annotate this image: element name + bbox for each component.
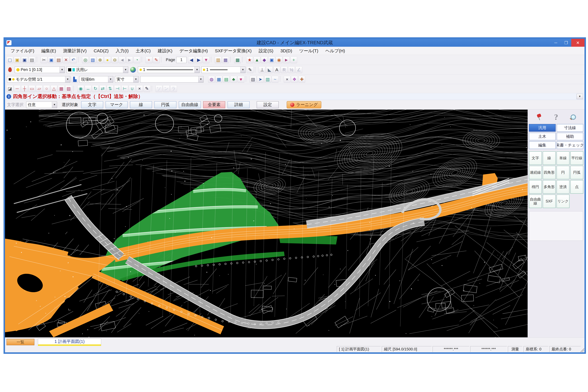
paste-icon[interactable]: ▤ <box>55 56 62 63</box>
command-single-line-button[interactable]: 単線 <box>556 151 569 165</box>
move-icon[interactable]: ↔ <box>85 85 92 92</box>
mirror-icon[interactable]: ⇄ <box>99 85 106 92</box>
menu-settings[interactable]: 設定(S) <box>255 47 277 55</box>
pushpin-icon[interactable] <box>536 114 542 120</box>
diamond-tool-icon[interactable]: ◆ <box>261 56 268 63</box>
heart-icon[interactable]: ♥ <box>238 76 244 83</box>
chevron-down-icon[interactable]: ▼ <box>133 76 138 82</box>
toolbar-icon[interactable] <box>211 56 213 62</box>
chevron-down-icon[interactable]: ▼ <box>198 76 203 82</box>
hatch-select-icon[interactable]: ▦ <box>58 85 65 92</box>
category-dimension-button[interactable]: 寸法線 <box>557 124 583 132</box>
ellipse-tool-icon[interactable]: ◍ <box>208 76 215 83</box>
extend-icon[interactable]: ⊢ <box>121 85 128 92</box>
chevron-down-icon[interactable]: ▼ <box>108 76 113 82</box>
chevron-down-icon[interactable]: ▼ <box>65 76 70 82</box>
pen-red-icon[interactable]: ✎ <box>153 56 160 63</box>
command-fill-button[interactable]: 塗潰 <box>556 180 569 194</box>
ghost2-icon[interactable]: ン <box>163 85 170 92</box>
curve-tool-icon[interactable]: ~ <box>272 76 278 83</box>
measure-icon[interactable]: ◣ <box>266 66 273 73</box>
arrow-tool-icon[interactable]: ➤ <box>257 76 264 83</box>
select-freehand-button[interactable]: 自由曲線 <box>179 101 201 108</box>
layer-palette-icon[interactable]: ▙ <box>72 76 78 83</box>
fraction-icon[interactable]: ½ <box>288 66 295 73</box>
toolbar-icon[interactable] <box>161 56 164 62</box>
model-icon[interactable]: ▩ <box>234 56 241 63</box>
brush-icon[interactable]: ❖ <box>291 76 298 83</box>
cross-edit-icon[interactable]: ┼ <box>21 85 28 92</box>
lamp-icon[interactable]: ● <box>104 56 111 63</box>
toolbar-icon[interactable] <box>74 86 76 92</box>
offset-icon[interactable]: ⇅ <box>107 85 114 92</box>
linetype-combo[interactable]: 1 ▼ <box>138 66 200 73</box>
pick-icon[interactable]: ◉ <box>77 85 84 92</box>
menu-file[interactable]: ファイル(F) <box>7 47 38 55</box>
command-ellipse-button[interactable]: 楕円 <box>529 180 542 194</box>
triangle-tool-icon[interactable]: ▲ <box>254 56 260 63</box>
command-sxf-button[interactable]: SXF <box>543 194 556 208</box>
select-arc-button[interactable]: 円弧 <box>154 101 176 108</box>
model-space-combo[interactable]: モデル空間 1/1▼ <box>7 76 70 82</box>
layout-icon[interactable]: ▦ <box>222 56 229 63</box>
prev-view-icon[interactable]: ◄ <box>119 56 126 63</box>
zoom-window-icon[interactable]: ▧ <box>89 56 96 63</box>
command-arc-button[interactable]: 円弧 <box>570 166 583 179</box>
zoom-extents-icon[interactable]: ◎ <box>82 56 89 63</box>
toolbar-icon[interactable] <box>142 56 144 62</box>
save-icon[interactable]: ▣ <box>21 56 28 63</box>
command-text-button[interactable]: 文字 <box>529 151 542 165</box>
tab-plan-drawing[interactable]: 1 計画平面図(1) <box>38 338 101 346</box>
category-redline-check-button[interactable]: 朱書・チェック <box>557 141 583 149</box>
toolbar-icon[interactable] <box>152 86 154 92</box>
snap-icon[interactable]: ⊥ <box>259 66 265 73</box>
color-sphere-icon[interactable] <box>130 67 136 72</box>
toolbar-icon[interactable] <box>78 56 81 62</box>
square-tool-icon[interactable]: ▣ <box>268 56 275 63</box>
zoom-in-icon[interactable]: ⊕ <box>97 56 104 63</box>
search-icon[interactable] <box>570 114 576 120</box>
page-select-dropdown[interactable]: ▼ <box>203 56 210 63</box>
category-edit-button[interactable]: 編集 <box>529 141 556 149</box>
plus-tool-icon[interactable]: + <box>290 56 297 63</box>
chevron-down-icon[interactable]: ▼ <box>52 102 57 108</box>
toolbar-icon[interactable] <box>280 76 282 82</box>
open-folder-icon[interactable]: ▣ <box>14 56 21 63</box>
photo-icon[interactable]: ▧ <box>250 76 256 83</box>
command-circle-button[interactable]: 円 <box>556 166 569 179</box>
next-view-icon[interactable]: ► <box>126 56 133 63</box>
command-polygon-button[interactable]: 多角形 <box>543 180 556 194</box>
page-prev-icon[interactable]: ◀ <box>188 56 195 63</box>
toolbar-icon[interactable] <box>230 56 233 62</box>
resize-grip[interactable] <box>580 348 584 352</box>
table-tool-icon[interactable]: ▦ <box>216 76 222 83</box>
zoom-out-icon[interactable]: ⊖ <box>112 56 118 63</box>
minimize-button[interactable]: ─ <box>551 39 561 47</box>
triangle-select-icon[interactable]: △ <box>51 85 57 92</box>
command-point-button[interactable]: 点 <box>570 180 583 194</box>
menu-data-edit[interactable]: データ編集(H) <box>176 47 211 55</box>
menu-cad[interactable]: CAD(Z) <box>90 47 112 55</box>
copy-icon[interactable]: ▣ <box>48 56 55 63</box>
page-number-input[interactable]: 1 <box>176 57 187 63</box>
pen-edit-icon[interactable]: ✎ <box>144 85 150 92</box>
print-icon[interactable]: ▤ <box>29 56 35 63</box>
toolbar-icon[interactable] <box>242 56 245 62</box>
category-general-button[interactable]: 汎用 <box>529 124 556 132</box>
grid-tool-icon[interactable]: ▥ <box>264 76 271 83</box>
menu-sxf-convert[interactable]: SXFデータ変換(X) <box>211 47 255 55</box>
command-rectangle-button[interactable]: 四角形 <box>543 166 556 179</box>
menu-construction[interactable]: 建設(K) <box>154 47 176 55</box>
close-tool-icon[interactable]: × <box>284 76 290 83</box>
select-mark-button[interactable]: マーク <box>106 101 128 108</box>
new-file-icon[interactable]: ▢ <box>7 56 13 63</box>
linewidth-combo[interactable]: 1 ▼ <box>201 66 246 73</box>
text-rotate-icon[interactable]: R <box>281 66 288 73</box>
chevron-down-icon[interactable]: ▼ <box>240 67 245 73</box>
erase-icon[interactable]: × <box>136 85 143 92</box>
message-history-dropdown[interactable]: ▼ <box>576 94 583 99</box>
angle-icon[interactable]: ∠ <box>295 66 302 73</box>
chevron-down-icon[interactable]: ▼ <box>60 67 65 73</box>
menu-input[interactable]: 入力(I) <box>112 47 132 55</box>
maximize-button[interactable]: ❐ <box>561 39 571 47</box>
